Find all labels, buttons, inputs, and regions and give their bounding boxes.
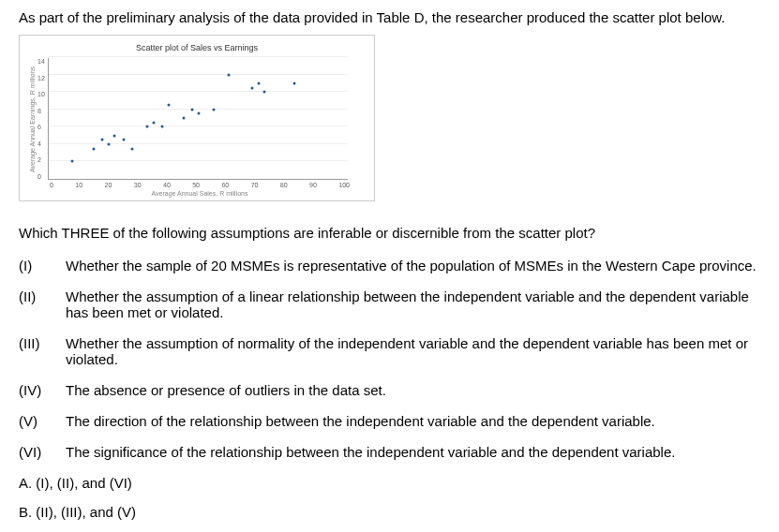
statement-number: (I) [19,258,66,273]
data-point [113,134,116,137]
xtick-label: 10 [75,182,82,188]
ytick-label: 6 [37,124,45,130]
ytick-label: 0 [37,173,45,180]
chart-xticks: 0102030405060708090100 [50,182,350,188]
data-point [107,142,110,145]
data-point [197,112,200,115]
chart-ylabel: Average Annual Earnings, R millions [27,58,37,180]
xtick-label: 60 [221,182,229,188]
statement-row: (V)The direction of the relationship bet… [19,413,760,429]
ytick-label: 2 [37,156,45,163]
statement-number: (IV) [19,382,66,398]
data-point [122,139,125,141]
ytick-label: 4 [37,140,45,147]
gridline [49,74,348,75]
data-point [227,73,230,76]
xtick-label: 30 [134,182,142,188]
chart-plot-area [48,58,348,180]
answer-option[interactable]: A. (I), (II), and (VI) [19,475,760,491]
statement-text: The absence or presence of outliers in t… [66,382,760,398]
scatter-chart: Scatter plot of Sales vs Earnings Averag… [19,35,375,201]
statement-text: Whether the sample of 20 MSMEs is repres… [66,258,760,273]
gridline [49,56,348,57]
xtick-label: 90 [309,182,317,188]
question-text: Which THREE of the following assumptions… [19,225,760,241]
data-point [101,139,104,141]
data-point [161,126,164,128]
xtick-label: 40 [163,182,171,188]
chart-title: Scatter plot of Sales vs Earnings [27,43,367,52]
chart-yticks: 02468101214 [37,58,48,180]
statement-row: (II)Whether the assumption of a linear r… [19,288,760,320]
data-point [263,91,266,94]
statement-row: (VI)The significance of the relationship… [19,444,760,460]
gridline [49,126,348,126]
data-point [191,108,194,111]
data-point [152,121,155,124]
xtick-label: 80 [280,182,288,188]
data-point [251,86,254,89]
ytick-label: 12 [37,75,45,81]
ytick-label: 8 [37,108,45,114]
xtick-label: 70 [251,182,259,188]
data-point [212,108,215,111]
statement-row: (I)Whether the sample of 20 MSMEs is rep… [19,258,760,273]
gridline [49,109,348,110]
statement-text: The direction of the relationship betwee… [66,413,760,429]
statement-list: (I)Whether the sample of 20 MSMEs is rep… [19,258,760,460]
statement-number: (V) [19,413,66,429]
data-point [146,126,149,128]
statement-text: The significance of the relationship bet… [66,444,760,460]
statement-number: (II) [19,288,66,320]
gridline [49,143,348,144]
ytick-label: 14 [37,58,45,65]
answer-option[interactable]: B. (II), (III), and (V) [19,504,760,520]
statement-number: (VI) [19,444,66,460]
xtick-label: 100 [338,182,350,188]
statement-text: Whether the assumption of normality of t… [66,335,760,367]
data-point [131,147,134,150]
data-point [293,81,296,84]
data-point [257,81,260,84]
chart-xlabel: Average Annual Sales, R millions [50,190,350,197]
xtick-label: 20 [105,182,112,188]
option-list: A. (I), (II), and (VI)B. (II), (III), an… [19,475,760,532]
data-point [167,104,170,107]
ytick-label: 10 [37,91,45,97]
statement-row: (III)Whether the assumption of normality… [19,335,760,367]
data-point [92,147,95,150]
data-point [182,117,185,120]
xtick-label: 0 [50,182,53,188]
statement-text: Whether the assumption of a linear relat… [66,288,760,320]
statement-row: (IV)The absence or presence of outliers … [19,382,760,398]
intro-text: As part of the preliminary analysis of t… [19,9,760,25]
xtick-label: 50 [192,182,200,188]
statement-number: (III) [19,335,66,367]
gridline [49,91,348,92]
gridline [49,160,348,161]
data-point [71,160,74,163]
